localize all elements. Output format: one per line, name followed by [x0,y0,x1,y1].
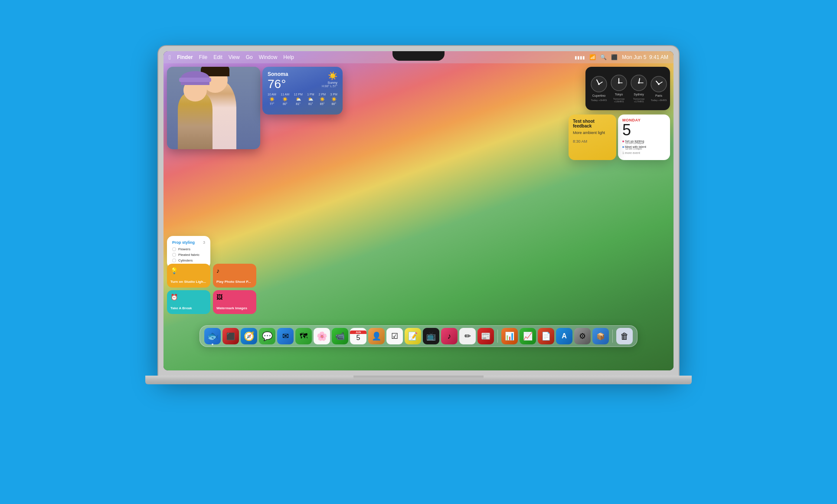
reminder-item-1: Flowers [172,247,205,251]
menu-help[interactable]: Help [283,54,294,60]
dock-separator-1 [497,330,498,343]
desktop:  Finder File Edit View Go Window Help ▮… [163,51,674,370]
finder-label[interactable]: Finder [177,54,193,60]
menu-go[interactable]: Go [246,54,253,60]
apple-logo[interactable]:  [169,54,171,61]
clock-face-paris [651,76,667,92]
shortcut-studio-light[interactable]: 💡 Turn on Studio Ligh... [167,264,210,288]
dock-appstore[interactable]: A [556,328,572,344]
dock-photos[interactable]: 🌸 [314,328,330,344]
screen-bezel:  Finder File Edit View Go Window Help ▮… [163,51,674,370]
reminders-header: Prop styling 3 [172,240,205,245]
shortcut-watermark[interactable]: 🖼 Watermark Images [213,290,256,314]
dock-music[interactable]: ♪ [441,328,458,344]
dock-reminders[interactable]: ☑ [386,328,403,344]
weather-hi-lo: H:88° L:57° [322,85,337,88]
dock-icon-wrapper-keynote: 📊 [501,328,518,344]
dock-safari[interactable]: 🧭 [241,328,257,344]
calendar-date-number: 5 [622,122,666,138]
weather-widget: Sonoma 76° ☀️ Sunny H:88° L:57° 10 [262,67,343,115]
dock-icon-wrapper-numbers: 📈 [520,328,536,344]
dock-appletv[interactable]: 📺 [423,328,439,344]
dock-systemprefs[interactable]: ⚙ [574,328,591,344]
clock-city-cupertino: Cupertino [592,94,605,97]
dock-icon-wrapper-launchpad: ⬛ [222,328,239,344]
dock-freeform[interactable]: ✏ [459,328,476,344]
menu-window[interactable]: Window [259,54,278,60]
dock-icon-wrapper-pages: 📄 [538,328,554,344]
reminder-item-2: Pleated fabric [172,253,205,257]
reminder-circle-3 [172,259,176,262]
dock-icon-wrapper-news: 📰 [477,328,494,344]
dock-pages[interactable]: 📄 [538,328,554,344]
dock-maps[interactable]: 🗺 [295,328,312,344]
shortcut-music-icon: ♪ [216,267,253,274]
dock-icon-wrapper-finder: 🐟 [204,328,221,344]
calendar-widget: MONDAY 5 Set up lighting 12:00–12:30pm M… [618,115,670,160]
search-icon[interactable]: 🔍 [600,54,607,60]
dock-icon-wrapper-photos: 🌸 [314,328,330,344]
reminders-count: 3 [203,240,205,245]
dock-mail[interactable]: ✉ [277,328,294,344]
clock-offset-tokyo: Tomorrow +16HRS [611,98,627,103]
dock-icon-wrapper-systemprefs: ⚙ [574,328,591,344]
clock-face-tokyo [611,75,627,91]
dock-icon-wrapper-mail: ✉ [277,328,294,344]
dock-numbers[interactable]: 📈 [520,328,536,344]
dock-messages[interactable]: 💬 [259,328,275,344]
dock-finder[interactable]: 🐟 [204,328,221,344]
clock-offset-paris: Today +9HRS [651,99,667,101]
temp-10am: 77° [270,102,275,105]
clock-city-paris: Paris [655,94,662,97]
menu-file[interactable]: File [199,54,207,60]
reminder-circle-1 [172,247,176,251]
weather-hour-1pm: 1 PM ⛅ 81° [307,93,314,105]
clock-cupertino: Cupertino Today +0HRS [591,76,607,101]
notes-body: More ambient light [573,130,612,136]
macbook-body:  Finder File Edit View Go Window Help ▮… [137,46,700,458]
weather-hour-3pm: 3 PM ☀️ 88° [330,93,337,105]
dock-facetime[interactable]: 📹 [332,328,348,344]
menu-edit[interactable]: Edit [213,54,222,60]
clock-tokyo: Tokyo Tomorrow +16HRS [611,75,627,103]
shortcut-take-break[interactable]: ⏰ Take A Break [167,290,210,314]
shortcut-watermark-label: Watermark Images [216,306,253,311]
dock-calendar[interactable]: JUN 5 [350,328,366,344]
macbook-base [145,376,692,384]
dock-keynote[interactable]: 📊 [501,328,518,344]
weather-temperature: 76° [268,78,288,90]
shortcut-music-label: Play Photo Shoot P... [216,280,253,284]
menubar-right: ▮▮▮▮ 📶 🔍 ⬛ Mon Jun 5 9:41 AM [575,54,668,60]
dock-icon-wrapper-placeholder: 📦 [592,328,609,344]
battery-icon: ▮▮▮▮ [575,55,585,60]
clock-offset-sydney: Tomorrow +17HRS [631,98,647,103]
desktop-content: Sonoma 76° ☀️ Sunny H:88° L:57° 10 [163,63,674,349]
weather-city: Sonoma [268,71,288,77]
shortcut-photo-shoot[interactable]: ♪ Play Photo Shoot P... [213,264,256,288]
clock-sydney: Sydney Tomorrow +17HRS [631,75,647,103]
time-10am: 10 AM [268,93,276,96]
dock: 🐟 ⬛ 🧭 💬 ✉ [199,325,638,347]
menu-view[interactable]: View [229,54,240,60]
dock-launchpad[interactable]: ⬛ [222,328,239,344]
dock-icon-wrapper-trash: 🗑 [616,328,633,344]
wifi-icon: 📶 [589,54,596,60]
shortcut-light-icon: 💡 [170,267,207,274]
calendar-more-events: 1 more event [622,151,666,154]
world-clocks-widget: Cupertino Today +0HRS Tokyo [585,67,670,110]
reminder-text-2: Pleated fabric [178,253,199,257]
dock-notes[interactable]: 📝 [405,328,421,344]
reminders-title: Prop styling [172,240,195,245]
notch [392,51,445,61]
shortcuts-grid: 💡 Turn on Studio Ligh... ♪ Play Photo Sh… [167,264,256,314]
dock-icon-wrapper-calendar: JUN 5 [350,328,366,344]
shortcut-break-label: Take A Break [170,306,207,311]
dock-placeholder[interactable]: 📦 [592,328,609,344]
dock-icon-wrapper-messages: 💬 [259,328,275,344]
dock-contacts[interactable]: 👤 [368,328,385,344]
clock-city-sydney: Sydney [634,93,644,96]
dock-trash[interactable]: 🗑 [616,328,633,344]
screen-share-icon[interactable]: ⬛ [611,54,618,60]
dock-icon-wrapper-appstore: A [556,328,572,344]
dock-news[interactable]: 📰 [477,328,494,344]
